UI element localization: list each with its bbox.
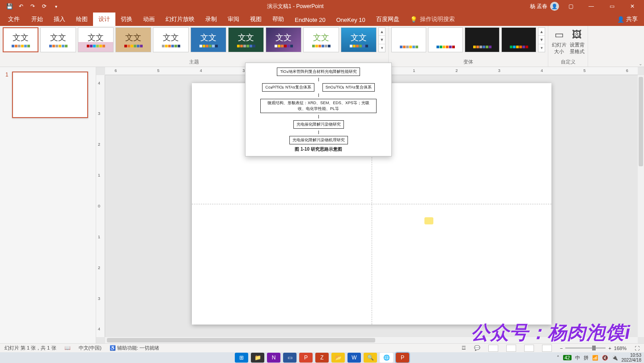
slideshow-view-button[interactable] — [542, 345, 552, 352]
taskbar-app[interactable]: 📁 — [251, 353, 264, 363]
slide-thumbnail-panel[interactable]: 1 — [0, 67, 96, 343]
theme-thumb-4[interactable]: 文文 — [115, 27, 151, 52]
theme-thumb-6[interactable]: 文文 — [191, 27, 226, 52]
taskbar-app[interactable]: ▭ — [283, 353, 297, 363]
tab-view[interactable]: 视图 — [245, 13, 267, 26]
theme-thumb-7[interactable]: 文文 — [228, 27, 264, 52]
vertical-ruler[interactable]: 432101234 — [96, 75, 105, 337]
variant-thumb-1[interactable] — [391, 27, 426, 52]
redo-icon[interactable]: ↷ — [28, 1, 38, 11]
horizontal-scrollbar[interactable] — [105, 337, 638, 343]
chrome-icon[interactable]: 🌐 — [380, 353, 393, 363]
tray-chevron-icon[interactable]: ˄ — [557, 355, 559, 361]
variant-thumb-4[interactable] — [501, 27, 536, 52]
normal-view-button[interactable] — [488, 345, 498, 352]
collapse-ribbon-icon[interactable]: ⌄ — [639, 61, 642, 66]
tab-review[interactable]: 审阅 — [222, 13, 245, 26]
undo-icon[interactable]: ↶ — [16, 1, 26, 11]
taskbar-app[interactable]: 🔍 — [364, 353, 377, 363]
tab-record[interactable]: 录制 — [200, 13, 222, 26]
ime-indicator[interactable]: 中 — [575, 355, 580, 361]
fit-to-window-icon[interactable]: ⛶ — [635, 346, 640, 351]
tab-insert[interactable]: 插入 — [48, 13, 71, 26]
tab-animations[interactable]: 动画 — [138, 13, 160, 26]
language-status[interactable]: 中文(中国) — [79, 345, 102, 351]
tab-home[interactable]: 开始 — [26, 13, 48, 26]
tell-me[interactable]: 💡 操作说明搜索 — [405, 13, 460, 26]
slide-thumb-canvas[interactable] — [12, 72, 88, 118]
tab-slideshow[interactable]: 幻灯片放映 — [160, 13, 200, 26]
ribbon-display-options-icon[interactable]: ▢ — [562, 0, 580, 13]
gallery-more-icon[interactable]: ▾ — [538, 44, 545, 52]
theme-thumb-2[interactable]: 文文 — [40, 27, 76, 52]
gallery-more-icon[interactable]: ▾ — [379, 44, 385, 52]
scrollbar-thumb[interactable] — [107, 338, 375, 342]
explorer-icon[interactable]: 📂 — [331, 353, 345, 363]
gallery-down-icon[interactable]: ▼ — [538, 36, 545, 44]
format-background-button[interactable]: 🖼设置背 景格式 — [569, 27, 585, 55]
variant-thumb-3[interactable] — [465, 27, 500, 52]
theme-thumb-3[interactable]: 文文 — [78, 27, 114, 52]
zoom-in-icon[interactable]: + — [608, 346, 611, 351]
flow-box: Co₃P/TiO₂ NTAs复合体系 — [262, 83, 314, 92]
tab-endnote[interactable]: EndNote 20 — [289, 14, 331, 26]
sorter-view-button[interactable] — [506, 345, 516, 352]
zoom-slider[interactable] — [565, 347, 606, 349]
accessibility-status[interactable]: ♿ 辅助功能: 一切就绪 — [110, 345, 159, 351]
tab-draw[interactable]: 绘图 — [71, 13, 93, 26]
theme-thumb-9[interactable]: 文文 — [303, 27, 339, 52]
volume-icon[interactable]: 🔇 — [602, 355, 608, 361]
ruler-tick: 4 — [98, 81, 100, 85]
ruler-tick: 3 — [242, 68, 245, 73]
vertical-scrollbar[interactable] — [638, 75, 644, 337]
slide-thumbnail-1[interactable]: 1 — [5, 72, 90, 118]
tab-file[interactable]: 文件 — [2, 13, 26, 26]
notes-button[interactable]: ☲ — [462, 345, 466, 351]
share-button[interactable]: 👤 共享 — [611, 13, 644, 26]
tab-transitions[interactable]: 切换 — [115, 13, 138, 26]
onenote-icon[interactable]: N — [267, 353, 280, 363]
tab-onekey[interactable]: OneKey 10 — [331, 14, 371, 26]
theme-thumb-5[interactable]: 文文 — [153, 27, 189, 52]
account-button[interactable]: 杨 孟春 👤 — [530, 2, 559, 11]
tell-me-label: 操作说明搜索 — [420, 15, 455, 23]
zoom-out-icon[interactable]: − — [560, 346, 563, 351]
theme-thumb-8[interactable]: 文文 — [266, 27, 301, 52]
save-icon[interactable]: 💾 — [4, 1, 14, 11]
word-icon[interactable]: W — [347, 353, 361, 363]
tab-help[interactable]: 帮助 — [267, 13, 289, 26]
slide-size-button[interactable]: ▭幻灯片 大小 — [551, 27, 567, 55]
variants-gallery-scroll[interactable]: ▲▼▾ — [538, 27, 545, 52]
gallery-up-icon[interactable]: ▲ — [379, 28, 385, 36]
zoom-control[interactable]: − + 168% — [560, 346, 627, 351]
tab-baidu[interactable]: 百度网盘 — [371, 13, 405, 26]
qat-more-icon[interactable]: ▾ — [51, 1, 61, 11]
theme-thumb-1[interactable]: 文文 — [3, 27, 38, 52]
maximize-icon[interactable]: ▭ — [603, 0, 621, 13]
theme-thumb-10[interactable]: 文文 — [341, 27, 377, 52]
battery-icon[interactable]: 🔌 — [612, 355, 618, 361]
tray-badge[interactable]: 42 — [563, 355, 571, 360]
minimize-icon[interactable]: — — [582, 0, 600, 13]
clock[interactable]: 10:53 2022/4/18 — [622, 353, 642, 363]
tab-design[interactable]: 设计 — [93, 13, 115, 26]
powerpoint-icon[interactable]: P — [396, 353, 409, 363]
start-button[interactable]: ⊞ — [235, 353, 248, 363]
zotero-icon[interactable]: Z — [315, 353, 329, 363]
ime-mode[interactable]: 拼 — [584, 355, 589, 361]
spellcheck-icon[interactable]: 📖 — [64, 345, 71, 351]
zoom-percent[interactable]: 168% — [614, 346, 627, 351]
wifi-icon[interactable]: 📶 — [592, 355, 598, 361]
variant-thumb-2[interactable] — [428, 27, 463, 52]
start-from-beginning-icon[interactable]: ⟳ — [39, 1, 49, 11]
wps-icon[interactable]: P — [299, 353, 313, 363]
themes-gallery-scroll[interactable]: ▲▼▾ — [378, 27, 386, 52]
horizontal-guide[interactable] — [192, 204, 551, 204]
scrollbar-thumb[interactable] — [639, 77, 643, 166]
reading-view-button[interactable] — [524, 345, 534, 352]
gallery-down-icon[interactable]: ▼ — [379, 36, 385, 44]
zoom-slider-knob[interactable] — [592, 346, 596, 350]
gallery-up-icon[interactable]: ▲ — [538, 28, 545, 36]
close-icon[interactable]: ✕ — [623, 0, 641, 13]
comments-button[interactable]: 💬 — [474, 345, 480, 351]
